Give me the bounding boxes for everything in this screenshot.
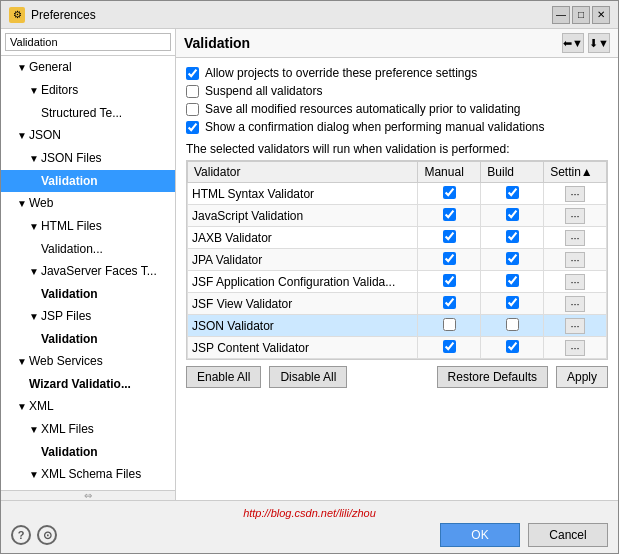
footer-left-icons: ? ⊙: [11, 525, 57, 545]
close-button[interactable]: ✕: [592, 6, 610, 24]
help-icon[interactable]: ?: [11, 525, 31, 545]
sidebar-resize-handle[interactable]: ⇔: [1, 490, 175, 500]
validator-settings-button[interactable]: ···: [565, 252, 584, 268]
validator-settings-button[interactable]: ···: [565, 318, 584, 334]
ok-button[interactable]: OK: [440, 523, 520, 547]
minimize-button[interactable]: —: [552, 6, 570, 24]
validator-build-cell: [481, 293, 544, 315]
enable-all-button[interactable]: Enable All: [186, 366, 261, 388]
validation-table-wrapper[interactable]: Validator Manual Build Settin▲ HTML Synt…: [186, 160, 608, 360]
validator-settings-cell: ···: [544, 293, 607, 315]
validator-build-checkbox[interactable]: [506, 230, 519, 243]
apply-button[interactable]: Apply: [556, 366, 608, 388]
expand-arrow: ▼: [29, 218, 39, 236]
sidebar-item-web-services[interactable]: ▼Web Services: [1, 350, 175, 373]
validator-manual-cell: [418, 205, 481, 227]
expand-arrow: ▼: [17, 195, 27, 213]
validator-settings-cell: ···: [544, 183, 607, 205]
app-icon: ⚙: [9, 7, 25, 23]
col-header-manual[interactable]: Manual: [418, 162, 481, 183]
validator-manual-checkbox[interactable]: [443, 186, 456, 199]
sidebar-item-xml-files[interactable]: ▼XML Files: [1, 418, 175, 441]
validator-settings-button[interactable]: ···: [565, 274, 584, 290]
sidebar-item-html-validation[interactable]: Validation...: [1, 238, 175, 260]
nav-forward-button[interactable]: ⬇▼: [588, 33, 610, 53]
title-bar-left: ⚙ Preferences: [9, 7, 96, 23]
sidebar-item-jsp-files[interactable]: ▼JSP Files: [1, 305, 175, 328]
restore-defaults-button[interactable]: Restore Defaults: [437, 366, 548, 388]
validator-build-checkbox[interactable]: [506, 296, 519, 309]
title-bar: ⚙ Preferences — □ ✕: [1, 1, 618, 29]
validator-settings-button[interactable]: ···: [565, 340, 584, 356]
validator-settings-button[interactable]: ···: [565, 230, 584, 246]
panel-title: Validation: [184, 35, 250, 51]
validator-name: JavaScript Validation: [188, 205, 418, 227]
sidebar-item-html-files[interactable]: ▼HTML Files: [1, 215, 175, 238]
col-header-settings[interactable]: Settin▲: [544, 162, 607, 183]
maximize-button[interactable]: □: [572, 6, 590, 24]
table-row: JAXB Validator···: [188, 227, 607, 249]
validator-build-checkbox[interactable]: [506, 186, 519, 199]
sidebar-item-jsf[interactable]: ▼JavaServer Faces T...: [1, 260, 175, 283]
sidebar-item-xml-validation[interactable]: Validation: [1, 441, 175, 463]
validator-build-checkbox[interactable]: [506, 340, 519, 353]
validator-manual-cell: [418, 183, 481, 205]
resize-icon: ⇔: [84, 490, 92, 500]
validator-build-checkbox[interactable]: [506, 274, 519, 287]
validator-settings-cell: ···: [544, 227, 607, 249]
suspend-all-checkbox[interactable]: [186, 85, 199, 98]
sidebar-item-xml-schema-files[interactable]: ▼XML Schema Files: [1, 463, 175, 486]
validator-manual-checkbox[interactable]: [443, 252, 456, 265]
validation-table: Validator Manual Build Settin▲ HTML Synt…: [187, 161, 607, 359]
validator-manual-cell: [418, 249, 481, 271]
validator-manual-cell: [418, 227, 481, 249]
expand-arrow: ▼: [29, 466, 39, 484]
panel-body: Allow projects to override these prefere…: [176, 58, 618, 500]
expand-arrow: ▼: [17, 59, 27, 77]
validator-settings-button[interactable]: ···: [565, 296, 584, 312]
validator-settings-button[interactable]: ···: [565, 208, 584, 224]
validator-manual-checkbox[interactable]: [443, 340, 456, 353]
sidebar-item-xml[interactable]: ▼XML: [1, 395, 175, 418]
sidebar-item-json-files[interactable]: ▼JSON Files: [1, 147, 175, 170]
panel-nav: ⬅▼ ⬇▼: [562, 33, 610, 53]
sidebar-item-editors[interactable]: ▼Editors: [1, 79, 175, 102]
sidebar-search-area: [1, 29, 175, 56]
col-header-build[interactable]: Build: [481, 162, 544, 183]
right-panel: Validation ⬅▼ ⬇▼ Allow projects to overr…: [176, 29, 618, 500]
sidebar-item-structured-text[interactable]: Structured Te...: [1, 102, 175, 124]
validator-settings-cell: ···: [544, 205, 607, 227]
save-modified-checkbox[interactable]: [186, 103, 199, 116]
nav-back-button[interactable]: ⬅▼: [562, 33, 584, 53]
validator-settings-button[interactable]: ···: [565, 186, 584, 202]
sidebar-item-jsf-validation[interactable]: Validation: [1, 283, 175, 305]
validator-manual-checkbox[interactable]: [443, 318, 456, 331]
sidebar-item-jsp-validation[interactable]: Validation: [1, 328, 175, 350]
sidebar-item-web[interactable]: ▼Web: [1, 192, 175, 215]
sidebar-item-wizard-validation[interactable]: Wizard Validatio...: [1, 373, 175, 395]
url-text: http://blog.csdn.net/lili/zhou: [11, 507, 608, 519]
validator-build-checkbox[interactable]: [506, 318, 519, 331]
sidebar-item-json-validation[interactable]: Validation: [1, 170, 175, 192]
validator-manual-checkbox[interactable]: [443, 274, 456, 287]
validator-name: JPA Validator: [188, 249, 418, 271]
sidebar: ▼General ▼Editors Structured Te... ▼JSON…: [1, 29, 176, 500]
validator-manual-checkbox[interactable]: [443, 230, 456, 243]
validator-build-checkbox[interactable]: [506, 252, 519, 265]
info-icon[interactable]: ⊙: [37, 525, 57, 545]
sidebar-item-general[interactable]: ▼General: [1, 56, 175, 79]
show-confirmation-checkbox[interactable]: [186, 121, 199, 134]
disable-all-button[interactable]: Disable All: [269, 366, 347, 388]
sidebar-item-json[interactable]: ▼JSON: [1, 124, 175, 147]
validator-settings-cell: ···: [544, 337, 607, 359]
cancel-button[interactable]: Cancel: [528, 523, 608, 547]
sidebar-search-input[interactable]: [5, 33, 171, 51]
table-row: JavaScript Validation···: [188, 205, 607, 227]
title-bar-buttons: — □ ✕: [552, 6, 610, 24]
allow-override-checkbox[interactable]: [186, 67, 199, 80]
validator-manual-checkbox[interactable]: [443, 296, 456, 309]
validator-manual-checkbox[interactable]: [443, 208, 456, 221]
table-actions: Enable All Disable All Restore Defaults …: [186, 366, 608, 388]
validator-build-checkbox[interactable]: [506, 208, 519, 221]
validator-build-cell: [481, 183, 544, 205]
